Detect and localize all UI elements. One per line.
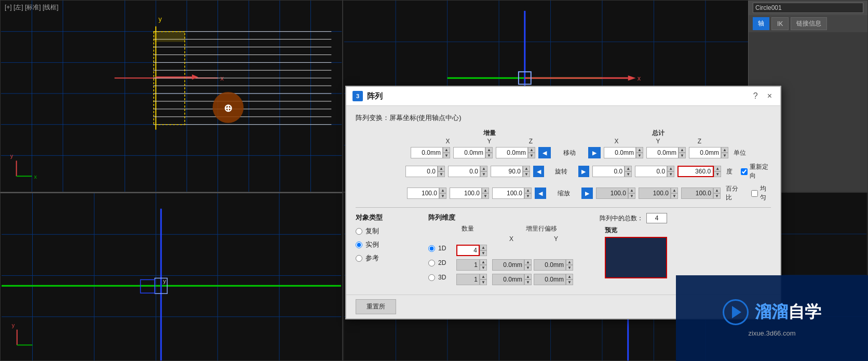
rot-x-up[interactable]: ▲ (438, 166, 445, 171)
rotate-x-total-input[interactable] (592, 166, 625, 177)
sy-down[interactable]: ▼ (482, 193, 489, 199)
2d-count-up[interactable]: ▲ (480, 259, 487, 265)
2d-count-down[interactable]: ▼ (480, 265, 487, 271)
uniform-checkbox[interactable] (751, 190, 758, 197)
link-info-button[interactable]: 链接信息 (791, 17, 827, 30)
move-x-down[interactable]: ▼ (443, 153, 450, 158)
dim-1d-radio[interactable] (428, 245, 435, 252)
1d-count-up[interactable]: ▲ (480, 245, 487, 250)
scale-y-total-input[interactable] (639, 188, 671, 199)
axis-button[interactable]: 轴 (753, 17, 769, 30)
reference-radio[interactable] (356, 255, 362, 262)
move-x-total-input[interactable] (604, 147, 636, 158)
2dx-up[interactable]: ▲ (524, 259, 532, 265)
stot-y-up[interactable]: ▲ (671, 188, 678, 193)
rtot-x-down[interactable]: ▼ (625, 171, 632, 177)
rot-z-up[interactable]: ▲ (523, 166, 530, 171)
rot-y-down[interactable]: ▼ (480, 171, 487, 177)
dim-2d-count-input[interactable] (456, 259, 480, 271)
1d-count-down[interactable]: ▼ (480, 250, 487, 256)
scale-right-arrow[interactable]: ▶ (581, 188, 593, 199)
copy-radio[interactable] (356, 228, 362, 235)
rotate-z-incr-input[interactable] (491, 166, 523, 177)
copy-radio-label[interactable]: 复制 (356, 226, 418, 236)
move-x-incr-input[interactable] (411, 147, 443, 158)
move-y-total-input[interactable] (646, 147, 679, 158)
move-z-total-input[interactable] (689, 147, 721, 158)
close-button[interactable]: × (765, 91, 774, 101)
rtot-x-up[interactable]: ▲ (625, 166, 632, 171)
instance-radio-label[interactable]: 实例 (356, 240, 418, 249)
sx-up[interactable]: ▲ (439, 188, 446, 193)
rotate-x-incr-input[interactable] (405, 166, 438, 177)
dim-3d-x-input[interactable] (492, 274, 524, 285)
total-z-up[interactable]: ▲ (721, 147, 728, 153)
rtot-y-up[interactable]: ▲ (667, 166, 674, 171)
rot-z-down[interactable]: ▼ (523, 171, 530, 177)
total-x-up[interactable]: ▲ (636, 147, 643, 153)
reset-button[interactable]: 重置所 (356, 299, 396, 314)
dim-3d-y-input[interactable] (534, 274, 566, 285)
rot-y-up[interactable]: ▲ (480, 166, 487, 171)
scale-left-arrow[interactable]: ◀ (535, 188, 546, 199)
move-z-incr-input[interactable] (496, 147, 528, 158)
3dy-down[interactable]: ▼ (566, 279, 573, 285)
3dx-down[interactable]: ▼ (524, 279, 532, 285)
move-z-down[interactable]: ▼ (528, 153, 535, 158)
sx-down[interactable]: ▼ (439, 193, 446, 199)
reorient-checkbox-label[interactable]: 重新定向 (741, 163, 771, 180)
scale-x-total-input[interactable] (596, 188, 628, 199)
2dy-up[interactable]: ▲ (566, 259, 573, 265)
stot-y-down[interactable]: ▼ (671, 193, 678, 199)
rotate-right-arrow[interactable]: ▶ (578, 166, 589, 177)
total-x-down[interactable]: ▼ (636, 153, 643, 158)
ik-button[interactable]: IK (771, 17, 789, 30)
scale-z-incr-input[interactable] (492, 188, 524, 199)
3dy-up[interactable]: ▲ (566, 274, 573, 279)
reorient-checkbox[interactable] (741, 168, 748, 175)
dim-2d-radio[interactable] (428, 260, 435, 266)
scale-z-total-input[interactable] (681, 188, 713, 199)
dim-2d-y-input[interactable] (534, 259, 566, 271)
viewport-top-left[interactable]: y x (0, 0, 343, 192)
rotate-y-incr-input[interactable] (448, 166, 480, 177)
rotate-left-arrow[interactable]: ◀ (533, 166, 544, 177)
stot-x-down[interactable]: ▼ (628, 193, 635, 199)
2dy-down[interactable]: ▼ (566, 265, 573, 271)
dim-3d-radio[interactable] (428, 274, 435, 281)
scale-x-incr-input[interactable] (407, 188, 439, 199)
move-x-up[interactable]: ▲ (443, 147, 450, 153)
2dx-down[interactable]: ▼ (524, 265, 532, 271)
sz-down[interactable]: ▼ (524, 193, 532, 199)
rotate-z-total-input[interactable] (677, 166, 714, 177)
dim-1d-radio-label[interactable]: 1D (428, 245, 454, 252)
total-in-array-input[interactable] (646, 213, 667, 223)
rtot-z-up[interactable]: ▲ (714, 166, 721, 171)
stot-z-down[interactable]: ▼ (713, 193, 721, 199)
total-y-up[interactable]: ▲ (679, 147, 686, 153)
rot-x-down[interactable]: ▼ (438, 171, 445, 177)
rotate-y-total-input[interactable] (635, 166, 667, 177)
dialog-titlebar[interactable]: 3 阵列 ? × (346, 87, 780, 106)
sz-up[interactable]: ▲ (524, 188, 532, 193)
dim-3d-count-input[interactable] (456, 274, 480, 285)
instance-radio[interactable] (356, 242, 362, 248)
viewport-bottom-left[interactable]: y y (0, 192, 343, 361)
uniform-checkbox-label[interactable]: 均匀 (751, 184, 771, 202)
move-right-arrow[interactable]: ▶ (588, 147, 601, 158)
help-button[interactable]: ? (751, 91, 760, 101)
move-y-down[interactable]: ▼ (485, 153, 493, 158)
dim-2d-x-input[interactable] (492, 259, 524, 271)
sy-up[interactable]: ▲ (482, 188, 489, 193)
object-name-input[interactable] (753, 3, 863, 13)
dim-2d-radio-label[interactable]: 2D (428, 259, 454, 266)
3dx-up[interactable]: ▲ (524, 274, 532, 279)
move-z-up[interactable]: ▲ (528, 147, 535, 153)
scale-y-incr-input[interactable] (450, 188, 482, 199)
total-z-down[interactable]: ▼ (721, 153, 728, 158)
dim-1d-count-input[interactable] (456, 245, 480, 256)
3d-count-up[interactable]: ▲ (480, 274, 487, 279)
move-y-incr-input[interactable] (453, 147, 485, 158)
total-y-down[interactable]: ▼ (679, 153, 686, 158)
dim-3d-radio-label[interactable]: 3D (428, 274, 454, 281)
